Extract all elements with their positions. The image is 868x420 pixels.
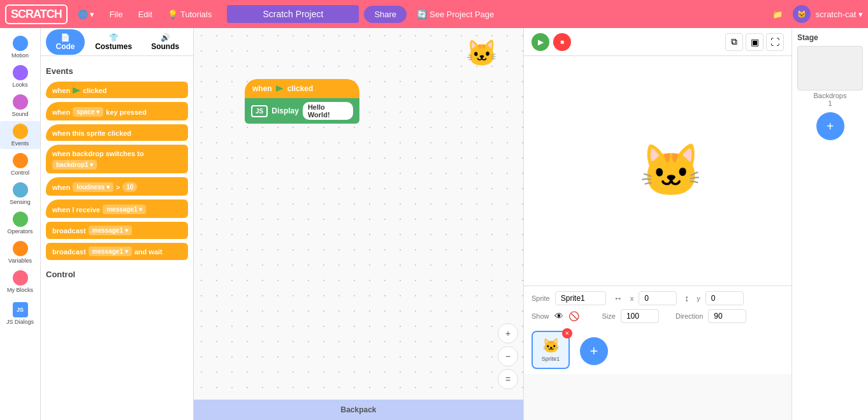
small-stage-btn[interactable]: ⧉ bbox=[725, 33, 743, 51]
block-when-flag[interactable]: when clicked bbox=[46, 82, 188, 98]
blocks-tabs: 📄 Code 👕 Costumes 🔊 Sounds bbox=[41, 28, 193, 56]
sidebar-item-sensing[interactable]: Sensing bbox=[0, 180, 40, 208]
sidebar-item-variables[interactable]: Variables bbox=[0, 238, 40, 266]
control-label: Control bbox=[11, 170, 29, 176]
when-flag-block[interactable]: when clicked bbox=[245, 79, 359, 98]
block-when-loudness[interactable]: when loudness ▾ > 10 bbox=[46, 177, 188, 196]
sprite-thumb-sprite1[interactable]: ✕ 🐱 Sprite1 bbox=[532, 331, 570, 369]
block-when-receive[interactable]: when I receive message1 ▾ bbox=[46, 199, 188, 218]
space-dropdown[interactable]: space ▾ bbox=[73, 107, 103, 117]
backpack-bar[interactable]: Backpack bbox=[194, 400, 523, 420]
sidebar-item-events[interactable]: Events bbox=[0, 121, 40, 149]
file-menu[interactable]: File bbox=[105, 7, 128, 22]
x-input[interactable] bbox=[639, 291, 677, 305]
sound-label: Sound bbox=[11, 111, 28, 117]
tab-costumes[interactable]: 👕 Costumes bbox=[87, 29, 140, 55]
events-label: Events bbox=[11, 140, 29, 147]
sprite-name-label: Sprite bbox=[532, 294, 550, 302]
main-area: Motion Looks Sound Events Control Sensin… bbox=[0, 28, 868, 420]
zoom-fit-btn[interactable]: = bbox=[498, 369, 518, 389]
sidebar-item-looks[interactable]: Looks bbox=[0, 62, 40, 91]
language-selector[interactable]: 🌐 ▾ bbox=[73, 7, 99, 22]
sidebar-item-sound[interactable]: Sound bbox=[0, 92, 40, 120]
green-flag-btn[interactable]: ▶ bbox=[532, 33, 549, 51]
sound-tab-icon: 🔊 bbox=[161, 33, 170, 42]
myblocks-dot bbox=[13, 270, 28, 286]
edit-menu[interactable]: Edit bbox=[133, 7, 157, 22]
normal-stage-btn[interactable]: ▣ bbox=[746, 33, 763, 51]
add-backdrop-btn[interactable]: + bbox=[816, 112, 844, 140]
variables-dot bbox=[13, 241, 28, 256]
looks-dot bbox=[13, 65, 28, 80]
folder-icon-btn[interactable]: 📁 bbox=[767, 7, 788, 22]
broadcast-dropdown[interactable]: message1 ▾ bbox=[89, 226, 132, 235]
code-icon: 📄 bbox=[61, 33, 70, 42]
motion-label: Motion bbox=[11, 52, 29, 59]
control-dot bbox=[13, 153, 28, 168]
js-badge: JS bbox=[251, 105, 268, 117]
sprite-name-input[interactable] bbox=[555, 291, 606, 305]
see-project-btn[interactable]: 🔄 See Project Page bbox=[412, 7, 499, 22]
zoom-out-btn[interactable]: − bbox=[498, 346, 518, 366]
size-label: Size bbox=[602, 312, 616, 320]
sidebar-item-control[interactable]: Control bbox=[0, 150, 40, 178]
lightbulb-icon: 💡 bbox=[168, 10, 178, 19]
receive-dropdown[interactable]: message1 ▾ bbox=[103, 205, 146, 214]
sensing-label: Sensing bbox=[10, 199, 31, 205]
show-label: Show bbox=[532, 312, 549, 320]
blocks-section-header: Events bbox=[46, 66, 188, 76]
block-broadcast[interactable]: broadcast message1 ▾ bbox=[46, 222, 188, 239]
fullscreen-btn[interactable]: ⛶ bbox=[766, 33, 784, 51]
stage-toolbar: ▶ ■ ⧉ ▣ ⛶ bbox=[524, 28, 792, 56]
sprite-info-panel: Sprite ↔ x ↕ y Show 👁 🚫 Size Direction bbox=[524, 286, 792, 374]
block-broadcast-wait[interactable]: broadcast message1 ▾ and wait bbox=[46, 243, 188, 260]
sidebar-item-motion[interactable]: Motion bbox=[0, 33, 40, 61]
username-label[interactable]: scratch-cat ▾ bbox=[816, 10, 863, 19]
jsdialogs-dot: JS bbox=[13, 302, 28, 317]
sprite-thumb-label: Sprite1 bbox=[542, 356, 560, 362]
tab-code[interactable]: 📄 Code bbox=[46, 29, 85, 55]
sidebar-item-operators[interactable]: Operators bbox=[0, 209, 40, 237]
tab-sounds[interactable]: 🔊 Sounds bbox=[142, 29, 188, 55]
hide-eye-btn[interactable]: 🚫 bbox=[568, 311, 579, 321]
scratch-logo[interactable]: SCRATCH bbox=[5, 4, 68, 24]
myblocks-label: My Blocks bbox=[7, 287, 33, 293]
block-when-backdrop[interactable]: when backdrop switches to backdrop1 ▾ bbox=[46, 145, 188, 173]
y-input[interactable] bbox=[705, 291, 744, 305]
stage-panel-title: Stage bbox=[797, 33, 863, 42]
stop-btn[interactable]: ■ bbox=[553, 33, 571, 51]
blocks-content: Events when clicked when space ▾ key pre… bbox=[41, 56, 193, 420]
backdrop-dropdown[interactable]: backdrop1 ▾ bbox=[52, 160, 97, 170]
block-when-key[interactable]: when space ▾ key pressed bbox=[46, 102, 188, 120]
sensing-dot bbox=[13, 182, 28, 198]
sidebar-item-myblocks[interactable]: My Blocks bbox=[0, 268, 40, 296]
tutorials-btn[interactable]: 💡 Tutorials bbox=[163, 7, 217, 22]
sensor-dropdown[interactable]: loudness ▾ bbox=[73, 182, 113, 192]
script-area[interactable]: 🐱 when clicked JS Display Hello World! +… bbox=[194, 28, 524, 420]
script-group-1: when clicked JS Display Hello World! bbox=[245, 79, 359, 124]
y-arrow-icon: ↕ bbox=[684, 293, 689, 303]
stop-icon: ■ bbox=[560, 38, 564, 45]
delete-sprite-btn[interactable]: ✕ bbox=[562, 328, 572, 338]
zoom-in-btn[interactable]: + bbox=[498, 323, 518, 344]
add-sprite-btn[interactable]: + bbox=[580, 337, 608, 365]
categories-panel: Motion Looks Sound Events Control Sensin… bbox=[0, 28, 41, 420]
broadcast-wait-dropdown[interactable]: message1 ▾ bbox=[89, 247, 132, 256]
refresh-icon: 🔄 bbox=[417, 10, 427, 19]
events-dot bbox=[13, 124, 28, 139]
share-button[interactable]: Share bbox=[364, 6, 407, 23]
js-display-block[interactable]: JS Display Hello World! bbox=[245, 98, 359, 124]
direction-input[interactable] bbox=[708, 309, 746, 323]
sprite-show-row: Show 👁 🚫 Size Direction bbox=[532, 309, 784, 323]
show-eye-btn[interactable]: 👁 bbox=[554, 311, 563, 321]
sprites-list: ✕ 🐱 Sprite1 + bbox=[532, 327, 784, 369]
sidebar-item-jsdialogs[interactable]: JS JS Dialogs bbox=[0, 300, 40, 328]
zoom-controls: + − = bbox=[498, 323, 518, 389]
x-label: x bbox=[630, 294, 634, 302]
flag-shape bbox=[73, 87, 80, 94]
block-when-sprite[interactable]: when this sprite clicked bbox=[46, 124, 188, 141]
avatar: 🐱 bbox=[793, 5, 811, 23]
size-input[interactable] bbox=[621, 309, 659, 323]
project-title-input[interactable] bbox=[227, 5, 359, 23]
stage-view-buttons: ⧉ ▣ ⛶ bbox=[725, 33, 784, 51]
